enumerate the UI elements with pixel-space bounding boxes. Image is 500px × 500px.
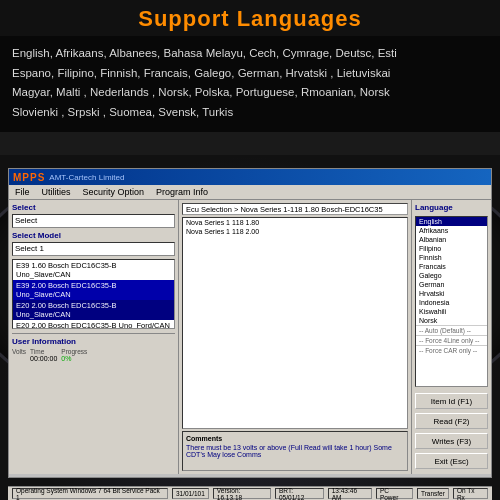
ecu-list-item[interactable]: Nova Series 1 118 2.00 — [183, 227, 407, 236]
lang-filipino[interactable]: Filipino — [416, 244, 487, 253]
menu-utilities[interactable]: Utilities — [40, 186, 73, 198]
language-list[interactable]: English Afrikaans Albanian Filipino Finn… — [415, 216, 488, 387]
exit-button[interactable]: Exit (Esc) — [415, 453, 488, 469]
lang-separator-auto: -- Auto (Default) -- — [416, 325, 487, 335]
comments-label: Comments — [186, 435, 404, 442]
languages-block: English, Afrikaans, Albanees, Bahasa Mel… — [0, 36, 500, 132]
user-info-label: User Information — [12, 337, 175, 346]
left-panel: Select Select Select Model Select 1 E39 … — [9, 200, 179, 474]
lang-kiswahili[interactable]: Kiswahili — [416, 307, 487, 316]
lang-galego[interactable]: Galego — [416, 271, 487, 280]
lang-norsk[interactable]: Norsk — [416, 316, 487, 325]
menu-file[interactable]: File — [13, 186, 32, 198]
lang-line3: Magyar, Malti , Nederlands , Norsk, Pols… — [12, 86, 390, 98]
status-time: 13:43:46 AM — [328, 488, 372, 499]
menu-bar: File Utilities Security Option Program I… — [9, 185, 491, 200]
language-label: Language — [415, 203, 488, 212]
list-item[interactable]: E20 2.00 Bosch EDC16C35-B Uno_Ford/CAN — [13, 320, 174, 329]
read-button[interactable]: Read (F2) — [415, 413, 488, 429]
status-date1: 31/01/101 — [172, 488, 209, 499]
top-banner: Support Languages — [0, 0, 500, 36]
ecu-list-item[interactable]: Nova Series 1 118 1.80 — [183, 218, 407, 227]
model-dropdown[interactable]: Select 1 — [12, 242, 175, 256]
lang-line1: English, Afrikaans, Albanees, Bahasa Mel… — [12, 47, 397, 59]
app-subtitle: AMT-Cartech Limited — [49, 173, 124, 182]
menu-security[interactable]: Security Option — [81, 186, 147, 198]
status-version: Version: 16.13.18 — [213, 488, 271, 499]
select-dropdown[interactable]: Select — [12, 214, 175, 228]
lang-line2: Espano, Filipino, Finnish, Francais, Gal… — [12, 67, 390, 79]
lang-line4: Slovienki , Srpski , Suomea, Svensk, Tur… — [12, 106, 233, 118]
ecu-selection-list[interactable]: Nova Series 1 118 1.80 Nova Series 1 118… — [182, 217, 408, 429]
comments-box: Comments There must be 13 volts or above… — [182, 431, 408, 471]
menu-program-info[interactable]: Program Info — [154, 186, 210, 198]
status-pc-power: PC Power — [376, 488, 413, 499]
lang-indonesia[interactable]: Indonesia — [416, 298, 487, 307]
lang-german[interactable]: German — [416, 280, 487, 289]
right-panel: Language English Afrikaans Albanian Fili… — [411, 200, 491, 474]
select-label: Select — [12, 203, 175, 212]
time-label: Time — [30, 348, 57, 355]
lang-separator-car: -- Force CAR only -- — [416, 345, 487, 355]
status-bar: Operating System Windows 7 64 Bit Servic… — [8, 486, 492, 500]
title-bar: MPPS AMT-Cartech Limited — [9, 169, 491, 185]
comments-text: There must be 13 volts or above (Full Re… — [186, 444, 404, 458]
volts-label: Volts — [12, 348, 26, 355]
list-item-selected[interactable]: E39 2.00 Bosch EDC16C35-B Uno_Slave/CAN — [13, 280, 174, 300]
progress-value: 0% — [61, 355, 87, 362]
banner-title-white: Support — [138, 6, 236, 31]
ecu-list-box[interactable]: E39 1.60 Bosch EDC16C35-B Uno_Slave/CAN … — [12, 259, 175, 329]
lang-albanian[interactable]: Albanian — [416, 235, 487, 244]
lang-english[interactable]: English — [416, 217, 487, 226]
list-item-highlighted[interactable]: E20 2.00 Bosch EDC16C35-B Uno_Slave/CAN — [13, 300, 174, 320]
model-label: Select Model — [12, 231, 175, 240]
lang-francais[interactable]: Francais — [416, 262, 487, 271]
lang-finnish[interactable]: Finnish — [416, 253, 487, 262]
status-date2: BRT: 05/01/12 — [275, 488, 324, 499]
write-button[interactable]: Writes (F3) — [415, 433, 488, 449]
status-transfer: Transfer — [417, 488, 449, 499]
main-content: Select Select Select Model Select 1 E39 … — [9, 200, 491, 474]
software-window: MPPS AMT-Cartech Limited File Utilities … — [8, 168, 492, 478]
app-logo: MPPS — [13, 172, 45, 183]
banner-title-orange: Languages — [237, 6, 362, 31]
item-id-button[interactable]: Item Id (F1) — [415, 393, 488, 409]
center-panel: Ecu Selection > Nova Series 1-118 1.80 B… — [179, 200, 411, 474]
status-os: Operating System Windows 7 64 Bit Servic… — [12, 488, 168, 499]
user-info-section: User Information Volts Time 00:00:00 Pro… — [12, 333, 175, 362]
time-value: 00:00:00 — [30, 355, 57, 362]
list-item[interactable]: E39 1.60 Bosch EDC16C35-B Uno_Slave/CAN — [13, 260, 174, 280]
lang-hrvatski[interactable]: Hrvatski — [416, 289, 487, 298]
lang-separator-4line: -- Force 4Line only -- — [416, 335, 487, 345]
progress-label: Progress — [61, 348, 87, 355]
lang-afrikaans[interactable]: Afrikaans — [416, 226, 487, 235]
status-on-tx: On Tx Rx — [453, 488, 488, 499]
ecu-info-bar: Ecu Selection > Nova Series 1-118 1.80 B… — [182, 203, 408, 215]
